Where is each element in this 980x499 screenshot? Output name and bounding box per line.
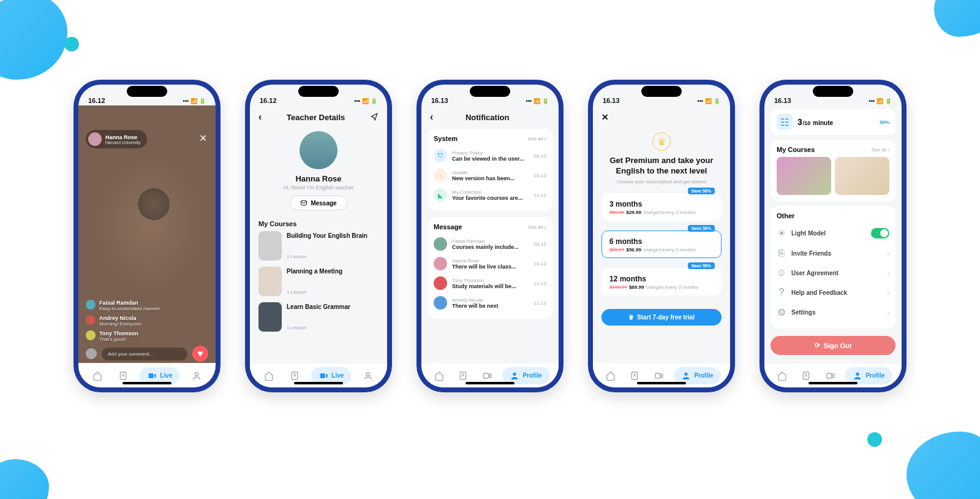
start-trial-button[interactable]: ♛Start 7-day free trial — [601, 309, 722, 326]
message-button[interactable]: Message — [290, 196, 347, 210]
notification-row[interactable]: ◣My CollectionYour favorite courses are.… — [434, 185, 546, 205]
status-icons: •••📶🔋 — [869, 98, 892, 104]
system-card: SystemSee all ⛉Privacy PolicyCan be view… — [428, 129, 552, 211]
comment-input[interactable]: Add your comment... — [102, 348, 187, 360]
setting-invite-friends[interactable]: ⎘Invite Friends› — [777, 243, 889, 263]
tab-home[interactable] — [774, 367, 791, 384]
status-time: 16.13 — [603, 97, 620, 104]
svg-point-15 — [856, 372, 859, 375]
home-indicator — [294, 382, 343, 384]
sun-icon: ☀ — [777, 227, 786, 239]
notif-date: 16-12 — [534, 173, 546, 178]
host-chip[interactable]: Hanna Rose Harvard University — [86, 130, 147, 148]
course-thumb[interactable] — [835, 157, 889, 195]
progress-percent: 30% — [880, 120, 889, 125]
chevron-right-icon: › — [887, 269, 889, 276]
msg-author: Andrey Nicola — [452, 297, 529, 303]
svg-rect-14 — [827, 373, 832, 378]
setting-help-feedback[interactable]: ?Help and Feedback› — [777, 283, 889, 302]
tab-profile[interactable] — [360, 367, 377, 384]
course-thumb[interactable] — [777, 157, 831, 195]
comment-author: Faisal Ramdan — [99, 300, 160, 306]
setting-user-agreement[interactable]: ☺User Agreement› — [777, 263, 889, 283]
toggle-on[interactable] — [871, 228, 889, 238]
plan-3-months[interactable]: Save 50% 3 months $59.99$29.99charged ev… — [601, 193, 722, 221]
course-row[interactable]: Learn Basic Grammar1 Lesson — [258, 302, 379, 332]
comment-text: That's good! — [99, 337, 138, 342]
see-all-link[interactable]: See all — [528, 223, 546, 230]
tab-home[interactable] — [260, 367, 277, 384]
msg-date: 20-12 — [534, 242, 546, 247]
plan-title: 12 months — [609, 275, 714, 283]
msg-text: There will be next — [452, 303, 529, 309]
avatar — [434, 237, 447, 251]
close-icon[interactable]: ✕ — [199, 132, 207, 144]
close-icon[interactable]: ✕ — [601, 112, 609, 122]
see-all-link[interactable]: See all › — [872, 147, 889, 153]
phone-teacher-details: 16.12 •••📶🔋 ‹ Teacher Details Hanna Rose… — [245, 80, 392, 392]
message-row[interactable]: Tony ThomsonStudy materials will be...11… — [434, 273, 546, 293]
course-lesson: 1 Lesson — [287, 289, 379, 295]
phone-profile: 16.13 •••📶🔋 ☷ 3/10minute 30% My CoursesS… — [760, 80, 907, 392]
premium-heading: Get Premium and take yourEnglish to the … — [601, 156, 722, 177]
chevron-right-icon: › — [887, 250, 889, 257]
mockup-stage: 16.12 •••📶🔋 Hanna Rose Harvard Universit… — [0, 80, 980, 392]
status-icons: •••📶🔋 — [355, 98, 377, 104]
shield-icon: ⛉ — [434, 149, 447, 162]
svg-point-9 — [513, 372, 516, 375]
plan-6-months-selected[interactable]: Save 50% 6 months $89.97$56.99charged ev… — [601, 230, 722, 258]
setting-settings[interactable]: ⚙Settings› — [777, 302, 889, 322]
sign-out-button[interactable]: ⟳Sign Out — [771, 336, 895, 355]
avatar — [86, 348, 97, 359]
notification-row[interactable]: ⛉Privacy PolicyCan be viewed in the user… — [434, 146, 546, 166]
phone-notification: 16.13 •••📶🔋 ‹ Notification SystemSee all… — [417, 80, 564, 392]
signout-label: Sign Out — [824, 342, 852, 349]
like-button[interactable]: ♥ — [192, 346, 208, 362]
section-title: My Courses — [258, 220, 379, 227]
progress-card[interactable]: ☷ 3/10minute 30% — [771, 109, 895, 135]
live-comments: Faisal RamdanEasy-to-understand manner A… — [86, 300, 208, 342]
plan-12-months[interactable]: Save 50% 12 months $109.97$89.99charged … — [601, 268, 722, 295]
svg-point-12 — [685, 372, 688, 375]
avatar — [86, 330, 96, 340]
setting-label: Light Model — [791, 230, 866, 237]
message-row[interactable]: Andrey NicolaThere will be next11-12 — [434, 293, 546, 313]
arrow-up-icon: ↑ — [434, 169, 447, 182]
message-row[interactable]: Faisal RamdanCourses mainly include...20… — [434, 234, 546, 254]
course-row[interactable]: Building Your English Brain1 Lesson — [258, 231, 379, 261]
svg-point-2 — [195, 372, 198, 375]
tab-home[interactable] — [89, 367, 106, 384]
dynamic-island — [127, 86, 167, 97]
course-row[interactable]: Planning a Meeting1 Lesson — [258, 267, 379, 296]
setting-light-model[interactable]: ☀Light Model — [777, 223, 889, 243]
share-icon[interactable] — [370, 112, 379, 123]
status-time: 16.13 — [774, 97, 791, 104]
notification-row[interactable]: ↑UpdateNew version has been...16-12 — [434, 166, 546, 185]
plan-title: 6 months — [609, 237, 714, 246]
crown-icon: ♛ — [628, 314, 634, 321]
tab-home[interactable] — [431, 367, 448, 384]
msg-author: Faisal Ramdan — [452, 238, 529, 244]
tab-home[interactable] — [602, 367, 619, 384]
gear-icon: ⚙ — [777, 307, 786, 318]
home-indicator — [466, 382, 514, 384]
message-card: MessageSee all Faisal RamdanCourses main… — [428, 217, 552, 319]
notif-desc: Can be viewed in the user... — [452, 156, 529, 162]
bg-dot — [64, 37, 79, 51]
bg-blob — [0, 0, 67, 80]
tab-profile[interactable] — [188, 367, 205, 384]
save-badge: Save 50% — [688, 225, 715, 232]
see-all-link[interactable]: See all — [528, 135, 546, 142]
course-title: Planning a Meeting — [287, 268, 379, 275]
bookmark-icon: ◣ — [434, 188, 447, 202]
help-icon: ? — [777, 287, 786, 298]
avatar — [434, 276, 447, 290]
avatar — [434, 257, 447, 270]
dynamic-island — [470, 86, 510, 97]
message-row[interactable]: Hanna RoseThere will be live class...16-… — [434, 254, 546, 273]
home-indicator — [637, 382, 686, 384]
svg-rect-11 — [655, 373, 660, 378]
bg-blob — [0, 459, 49, 499]
comment-input-row: Add your comment... ♥ — [86, 346, 208, 362]
teacher-avatar[interactable] — [300, 131, 337, 169]
